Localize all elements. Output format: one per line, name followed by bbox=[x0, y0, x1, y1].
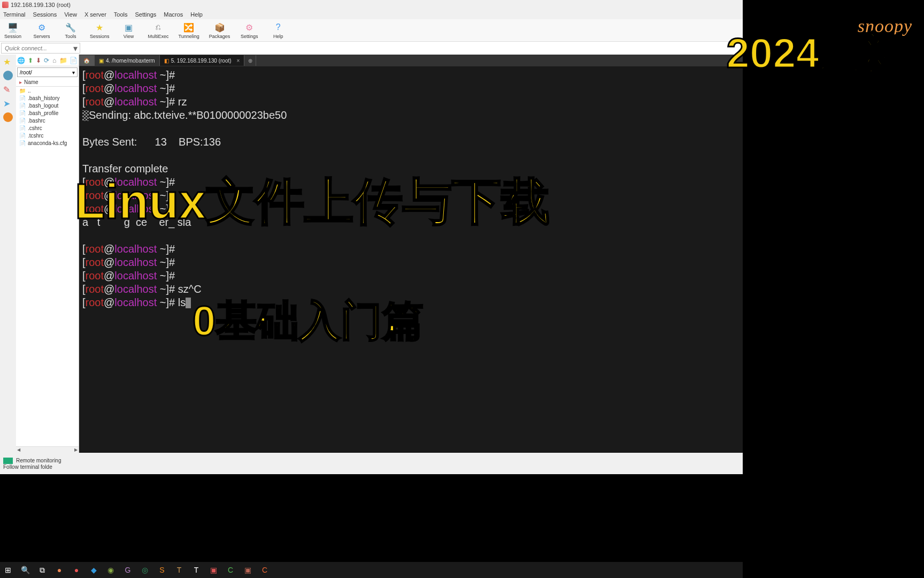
menu-xserver[interactable]: X server bbox=[84, 11, 106, 18]
file-sidebar: 🌐 ⬆ ⬇ ⟳ ⌂ 📁 📄 /root/ ▾ ▸ Name 📁..📄.bash_… bbox=[16, 55, 79, 453]
filelist-header[interactable]: ▸ Name bbox=[16, 78, 79, 87]
taskbar-icon-13[interactable]: C bbox=[225, 564, 236, 576]
file-name: .cshrc bbox=[28, 125, 42, 131]
sb-refresh-icon[interactable]: ⟳ bbox=[43, 56, 49, 65]
quickconnect[interactable]: ▾ bbox=[1, 43, 80, 54]
file-icon: 📄 bbox=[19, 125, 26, 131]
toolbtn-servers[interactable]: ⚙Servers bbox=[32, 21, 51, 39]
file-row[interactable]: 📄.bash_logout bbox=[16, 102, 79, 109]
dock-tool-icon[interactable]: ✎ bbox=[3, 85, 13, 94]
cmd-sz: sz^C bbox=[178, 283, 202, 295]
session-icon: 🖥️ bbox=[7, 21, 19, 33]
toolbtn-tools[interactable]: 🔧Tools bbox=[61, 21, 80, 39]
view-icon: ▣ bbox=[123, 21, 135, 33]
file-list: ▸ Name 📁..📄.bash_history📄.bash_logout📄.b… bbox=[16, 78, 79, 446]
path-text: /root/ bbox=[20, 70, 32, 75]
dock-orange-icon[interactable] bbox=[3, 112, 13, 122]
toolbtn-tunneling[interactable]: 🔀Tunneling bbox=[179, 21, 199, 39]
dock-star-icon[interactable]: ★ bbox=[3, 57, 13, 66]
terminal-icon: ▣ bbox=[99, 58, 104, 64]
toolbtn-packages[interactable]: 📦Packages bbox=[209, 21, 230, 39]
toolbtn-view[interactable]: ▣View bbox=[119, 21, 138, 39]
taskbar-icon-14[interactable]: ▣ bbox=[242, 564, 253, 576]
taskbar-icon-7[interactable]: G bbox=[122, 564, 134, 576]
file-row[interactable]: 📁.. bbox=[16, 87, 79, 94]
sb-new-icon[interactable]: 📄 bbox=[70, 56, 78, 65]
taskbar-icon-12[interactable]: ▣ bbox=[207, 564, 219, 576]
monitor-icon bbox=[3, 458, 13, 464]
filelist-header-name: Name bbox=[24, 79, 38, 85]
menu-view[interactable]: View bbox=[64, 11, 77, 18]
sidebar-scrollbar[interactable]: ◀▶ bbox=[16, 446, 79, 453]
menu-macros[interactable]: Macros bbox=[164, 11, 183, 18]
taskbar-icon-10[interactable]: T bbox=[173, 564, 185, 576]
taskbar-icon-11[interactable]: T bbox=[190, 564, 202, 576]
menu-terminal[interactable]: Terminal bbox=[3, 11, 26, 18]
file-row[interactable]: 📄.bashrc bbox=[16, 117, 79, 124]
file-name: .tcshrc bbox=[28, 133, 43, 139]
sending-line: Sending: abc.txteive.**B0100000023be50 bbox=[89, 109, 287, 121]
taskbar-icon-4[interactable]: ● bbox=[71, 564, 82, 576]
statusbar: Remote monitoring Follow terminal folde bbox=[0, 453, 743, 474]
path-dropdown-icon[interactable]: ▾ bbox=[72, 70, 75, 75]
taskbar-icon-1[interactable]: 🔍 bbox=[19, 564, 31, 576]
sb-down-icon[interactable]: ⬇ bbox=[35, 56, 41, 65]
settings-icon: ⚙ bbox=[243, 21, 255, 33]
taskbar-icon-9[interactable]: S bbox=[156, 564, 168, 576]
taskbar-icon-3[interactable]: ● bbox=[53, 564, 65, 576]
file-row[interactable]: 📄.cshrc bbox=[16, 124, 79, 132]
toolbtn-session[interactable]: 🖥️Session bbox=[3, 21, 22, 39]
toolbtn-settings[interactable]: ⚙Settings bbox=[240, 21, 259, 39]
sb-up-icon[interactable]: ⬆ bbox=[27, 56, 33, 65]
bytes-line: Bytes Sent: 13 BPS:136 bbox=[82, 135, 740, 149]
menu-help[interactable]: Help bbox=[190, 11, 203, 18]
menu-tools[interactable]: Tools bbox=[114, 11, 128, 18]
dock-globe-icon[interactable] bbox=[3, 71, 13, 80]
file-row[interactable]: 📄.tcshrc bbox=[16, 132, 79, 139]
menu-settings[interactable]: Settings bbox=[135, 11, 157, 18]
path-box[interactable]: /root/ ▾ bbox=[17, 67, 78, 77]
quickconnect-input[interactable] bbox=[2, 44, 71, 52]
file-icon: 📄 bbox=[19, 95, 26, 101]
file-name: anaconda-ks.cfg bbox=[28, 140, 67, 146]
sb-home-icon[interactable]: ⌂ bbox=[51, 56, 57, 65]
taskbar-icon-0[interactable]: ⊞ bbox=[2, 564, 14, 576]
toolbtn-sessions[interactable]: ★Sessions bbox=[90, 21, 110, 39]
taskbar-icon-15[interactable]: C bbox=[259, 564, 271, 576]
close-icon[interactable]: × bbox=[237, 58, 240, 64]
file-row[interactable]: 📄.bash_profile bbox=[16, 109, 79, 117]
taskbar-icon-5[interactable]: ◆ bbox=[88, 564, 99, 576]
file-row[interactable]: 📄anaconda-ks.cfg bbox=[16, 139, 79, 147]
tab-1[interactable]: ▣ 4. /home/mobaxterm bbox=[95, 55, 160, 66]
file-row[interactable]: 📄.bash_history bbox=[16, 94, 79, 102]
toolbtn-multiexec[interactable]: ⎌MultiExec bbox=[148, 21, 169, 39]
tab-2-active[interactable]: ◧ 5. 192.168.199.130 (root) × bbox=[160, 55, 245, 66]
quickconnect-dropdown-icon[interactable]: ▾ bbox=[71, 43, 80, 54]
tab-home[interactable]: 🏠 bbox=[79, 55, 95, 66]
taskbar-icon-2[interactable]: ⧉ bbox=[36, 564, 48, 576]
taskbar-icon-8[interactable]: ◎ bbox=[139, 564, 151, 576]
main-area: ★ ✎ ➤ 🌐 ⬆ ⬇ ⟳ ⌂ 📁 📄 /root/ ▾ ▸ bbox=[0, 55, 743, 453]
window-title: 192.168.199.130 (root) bbox=[11, 2, 71, 8]
cmd-rz: rz bbox=[178, 96, 187, 108]
file-icon: 📁 bbox=[19, 87, 26, 94]
menu-sessions[interactable]: Sessions bbox=[33, 11, 57, 18]
dock-paperplane-icon[interactable]: ➤ bbox=[3, 98, 13, 108]
toolbtn-label: View bbox=[124, 34, 134, 39]
taskbar: ⊞🔍⧉●●◆◉G◎STT▣C▣C bbox=[0, 562, 743, 578]
tab-1-label: 4. /home/mobaxterm bbox=[106, 58, 155, 64]
toolbtn-help[interactable]: ?Help bbox=[268, 21, 288, 39]
file-name: .bashrc bbox=[28, 118, 45, 124]
new-tab-button[interactable]: ⊕ bbox=[244, 55, 256, 66]
toolbtn-label: Help bbox=[273, 34, 283, 39]
taskbar-icon-6[interactable]: ◉ bbox=[105, 564, 117, 576]
toolbtn-label: Servers bbox=[33, 34, 50, 39]
follow-terminal-label[interactable]: Follow terminal folde bbox=[3, 464, 740, 470]
tunneling-icon: 🔀 bbox=[183, 21, 195, 33]
checker-icon bbox=[82, 110, 89, 121]
left-dock: ★ ✎ ➤ bbox=[0, 55, 16, 453]
terminal[interactable]: [root@localhost ~]# [root@localhost ~]# … bbox=[79, 66, 743, 453]
overlay-year: 2024最新 bbox=[726, 32, 903, 74]
sb-folder-icon[interactable]: 📁 bbox=[59, 56, 67, 65]
sb-globe-icon[interactable]: 🌐 bbox=[17, 56, 25, 65]
